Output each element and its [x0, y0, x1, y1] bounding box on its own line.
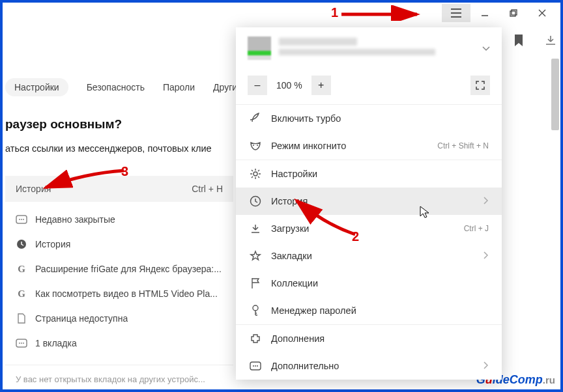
menu-item-label: Закладки: [271, 251, 312, 261]
svg-point-19: [257, 365, 258, 367]
menu-item-label: Режим инкогнито: [271, 141, 346, 151]
history-item-frigate[interactable]: G Расширение friGate для Яндекс браузера…: [5, 257, 233, 281]
svg-point-11: [253, 145, 254, 146]
menu-item-history[interactable]: История: [236, 188, 502, 215]
mask-icon: [249, 139, 262, 152]
chevron-right-icon: [484, 196, 489, 206]
menu-item-addons[interactable]: Дополнения: [236, 325, 502, 352]
clock-icon: [16, 238, 27, 250]
svg-point-3: [19, 219, 20, 220]
svg-point-5: [23, 219, 24, 220]
history-flyout-shortcut: Ctrl + H: [192, 184, 223, 194]
chevron-down-icon: [482, 42, 490, 54]
download-icon[interactable]: [545, 35, 556, 49]
menu-item-settings[interactable]: Настройки: [236, 160, 502, 188]
history-item-recent[interactable]: Недавно закрытые: [5, 207, 233, 232]
menu-item-passwords[interactable]: Менеджер паролей: [236, 297, 502, 324]
maximize-button[interactable]: [499, 4, 528, 22]
menu-zoom-row: – 100 % +: [236, 69, 502, 105]
more-icon: [249, 359, 262, 372]
clock-icon: [249, 195, 262, 208]
key-icon: [249, 304, 262, 317]
history-item-history[interactable]: История: [5, 232, 233, 257]
list-item-label: 1 вкладка: [35, 338, 77, 348]
svg-point-18: [255, 365, 256, 367]
menu-item-collections[interactable]: Коллекции: [236, 270, 502, 297]
menu-item-bookmarks[interactable]: Закладки: [236, 242, 502, 270]
svg-point-13: [253, 172, 257, 176]
download-icon: [249, 222, 262, 235]
scrollbar-thumb[interactable]: [551, 59, 559, 130]
page-icon: [16, 313, 27, 324]
star-icon: [249, 249, 262, 262]
menu-item-label: Настройки: [271, 169, 317, 179]
main-menu-dropdown: – 100 % + Включить турбо Режим инкогнито…: [236, 27, 502, 380]
menu-item-shortcut: Ctrl + Shift + N: [437, 141, 489, 150]
profile-text-redacted: [279, 38, 474, 59]
history-list: Недавно закрытые История G Расширение fr…: [5, 202, 233, 361]
hamburger-icon: [451, 8, 461, 18]
menu-item-turbo[interactable]: Включить турбо: [236, 105, 502, 132]
tab-passwords[interactable]: Пароли: [163, 78, 195, 96]
menu-item-more[interactable]: Дополнительно: [236, 352, 502, 380]
tab-settings[interactable]: Настройки: [5, 78, 68, 96]
menu-item-label: Дополнения: [271, 333, 325, 344]
menu-profile[interactable]: [236, 27, 502, 69]
fullscreen-button[interactable]: [470, 76, 490, 95]
history-flyout-header: История Ctrl + H: [5, 176, 233, 202]
close-button[interactable]: [528, 4, 556, 22]
puzzle-icon: [249, 332, 262, 345]
svg-point-9: [21, 343, 22, 344]
history-flyout: История Ctrl + H Недавно закрытые Истори…: [5, 176, 233, 392]
bookmark-icon[interactable]: [513, 34, 524, 49]
list-item-label: Расширение friGate для Яндекс браузера:.…: [35, 264, 222, 274]
profile-avatar: [248, 36, 271, 60]
history-item-html5video[interactable]: G Как посмотреть видео в HTML5 Video Pla…: [5, 281, 233, 306]
window-controls: [442, 4, 556, 22]
gear-icon: [249, 167, 262, 180]
menu-item-label: Дополнительно: [271, 361, 339, 371]
page-subtext: аться ссылки из мессенджеров, почтовых к…: [5, 143, 212, 154]
hamburger-menu-button[interactable]: [442, 4, 470, 22]
google-g-icon: G: [16, 263, 27, 275]
menu-item-incognito[interactable]: Режим инкогнито Ctrl + Shift + N: [236, 132, 502, 160]
svg-point-8: [19, 343, 20, 344]
menu-item-label: Менеджер паролей: [271, 305, 356, 316]
svg-point-17: [253, 365, 254, 367]
chevron-right-icon: [484, 361, 489, 371]
menu-item-downloads[interactable]: Загрузки Ctrl + J: [236, 215, 502, 242]
menu-item-label: Включить турбо: [271, 113, 341, 124]
chevron-right-icon: [484, 251, 489, 261]
list-item-label: История: [35, 239, 70, 249]
zoom-value: 100 %: [272, 80, 306, 91]
minimize-icon: [481, 9, 489, 17]
svg-point-15: [253, 305, 258, 311]
page-heading: раузер основным?: [5, 117, 122, 132]
tab-icon: [16, 337, 27, 349]
history-item-unavailable[interactable]: Страница недоступна: [5, 306, 233, 331]
settings-tabs: Настройки Безопасность Пароли Другие у: [5, 78, 250, 96]
rocket-icon: [249, 112, 262, 125]
zoom-in-button[interactable]: +: [311, 76, 331, 95]
list-item-label: Страница недоступна: [35, 313, 128, 324]
zoom-out-button[interactable]: –: [248, 76, 267, 95]
fullscreen-icon: [476, 81, 485, 90]
recent-icon: [16, 214, 27, 225]
google-g-icon: G: [16, 288, 27, 300]
history-flyout-title: История: [16, 184, 51, 194]
history-item-onetab[interactable]: 1 вкладка: [5, 331, 233, 356]
minimize-button[interactable]: [470, 4, 499, 22]
svg-point-10: [23, 343, 24, 344]
list-item-label: Как посмотреть видео в HTML5 Video Pla..…: [35, 288, 218, 299]
toolbar-right: [513, 34, 556, 49]
menu-item-shortcut: Ctrl + J: [464, 224, 489, 233]
svg-rect-1: [512, 10, 517, 15]
tab-security[interactable]: Безопасность: [87, 78, 145, 96]
history-flyout-footer: У вас нет открытых вкладок на других уст…: [5, 365, 233, 392]
maximize-icon: [510, 9, 517, 17]
menu-item-label: История: [271, 196, 308, 206]
list-item-label: Недавно закрытые: [35, 214, 115, 225]
svg-point-12: [257, 145, 258, 146]
mouse-cursor-icon: [420, 206, 430, 222]
svg-point-4: [21, 219, 22, 220]
